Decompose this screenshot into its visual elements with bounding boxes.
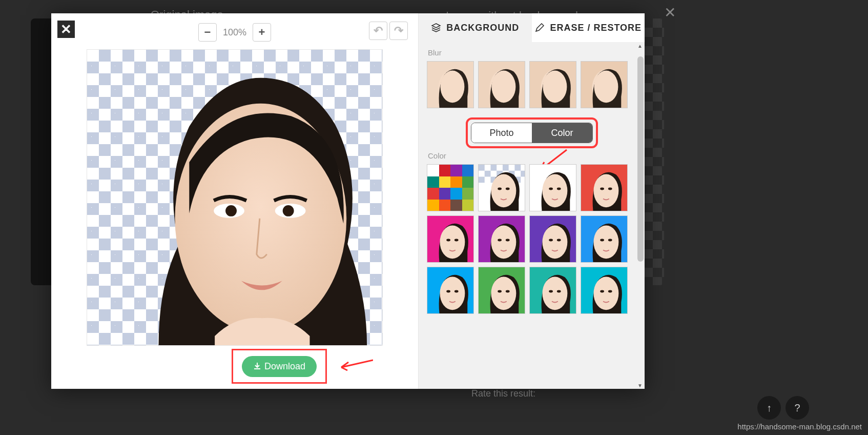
zoom-out-button[interactable]: − <box>198 23 217 42</box>
svg-point-44 <box>454 239 459 242</box>
svg-point-60 <box>454 290 459 293</box>
svg-point-7 <box>440 71 464 103</box>
svg-point-48 <box>506 239 510 242</box>
tab-background-label: BACKGROUND <box>446 23 519 33</box>
zoom-value: 100% <box>220 27 250 38</box>
svg-point-43 <box>446 239 450 242</box>
color-thumb[interactable] <box>529 164 576 211</box>
blur-thumb[interactable] <box>529 61 576 108</box>
svg-point-35 <box>549 188 553 190</box>
svg-point-63 <box>498 290 502 293</box>
toggle-color[interactable]: Color <box>532 123 592 143</box>
svg-point-34 <box>542 174 567 208</box>
tab-erase-restore[interactable]: ERASE / RESTORE <box>532 13 645 42</box>
svg-point-38 <box>593 174 618 208</box>
pencil-icon <box>534 23 545 33</box>
svg-point-58 <box>440 277 465 310</box>
svg-point-39 <box>600 188 604 190</box>
tab-background[interactable]: BACKGROUND <box>419 13 532 42</box>
blur-section-label: Blur <box>428 48 636 57</box>
color-thumb[interactable] <box>581 215 628 263</box>
color-thumb[interactable] <box>529 267 576 314</box>
svg-rect-25 <box>521 171 525 177</box>
svg-point-36 <box>557 188 561 190</box>
panel-body: Blur Photo Color Color <box>419 42 645 389</box>
canvas-wrap <box>51 45 418 389</box>
blur-thumb[interactable] <box>581 61 628 108</box>
svg-point-67 <box>549 290 553 293</box>
svg-rect-21 <box>514 165 521 171</box>
svg-point-16 <box>594 71 618 103</box>
watermark-url: https://handsome-man.blog.csdn.net <box>737 422 862 431</box>
svg-point-31 <box>498 188 502 190</box>
color-thumb[interactable] <box>581 267 628 314</box>
svg-point-56 <box>608 239 612 242</box>
svg-rect-20 <box>503 165 509 171</box>
svg-rect-19 <box>490 165 497 171</box>
subject-portrait <box>87 50 382 345</box>
svg-point-64 <box>506 290 510 293</box>
color-thumb[interactable] <box>427 267 474 314</box>
blur-thumbs <box>427 61 636 108</box>
svg-point-4 <box>283 205 294 216</box>
rate-result-label: Rate this result: <box>471 388 535 399</box>
svg-point-66 <box>542 277 567 310</box>
photo-color-toggle: Photo Color <box>471 123 593 143</box>
tab-erase-restore-label: ERASE / RESTORE <box>550 23 642 33</box>
panel-scrollbar[interactable] <box>637 56 644 262</box>
scroll-top-button[interactable]: ↑ <box>757 396 781 420</box>
editor-modal: − 100% + ↶ ↷ <box>51 13 645 389</box>
redo-button[interactable]: ↷ <box>389 22 408 40</box>
options-pane: BACKGROUND ERASE / RESTORE ▲ ▼ Blur Phot… <box>418 13 645 389</box>
svg-rect-22 <box>485 171 491 177</box>
color-thumb[interactable] <box>478 267 525 314</box>
svg-point-47 <box>498 239 502 242</box>
svg-point-51 <box>549 239 553 242</box>
svg-point-72 <box>608 290 612 293</box>
svg-point-2 <box>225 205 237 216</box>
svg-point-10 <box>491 71 515 103</box>
blur-thumb[interactable] <box>427 61 474 108</box>
page-close-icon[interactable]: ✕ <box>664 4 676 21</box>
scroll-up-icon[interactable]: ▲ <box>637 43 643 48</box>
svg-point-62 <box>491 277 516 310</box>
color-section-label: Color <box>428 151 636 160</box>
zoom-toolbar: − 100% + <box>51 13 418 45</box>
layers-icon <box>431 23 441 33</box>
blur-thumb[interactable] <box>478 61 525 108</box>
color-thumb[interactable] <box>427 215 474 263</box>
svg-point-32 <box>506 188 510 190</box>
svg-point-54 <box>593 226 618 259</box>
svg-point-70 <box>593 277 618 310</box>
svg-point-46 <box>491 226 516 259</box>
zoom-in-button[interactable]: + <box>253 23 271 42</box>
svg-point-52 <box>557 239 561 242</box>
svg-rect-18 <box>479 165 485 171</box>
color-thumb[interactable] <box>529 215 576 263</box>
svg-point-68 <box>557 290 561 293</box>
canvas-pane: − 100% + ↶ ↷ <box>51 13 418 389</box>
svg-point-13 <box>543 71 567 103</box>
svg-point-42 <box>440 226 465 259</box>
annotation-arrow-download <box>337 356 373 371</box>
close-modal-button[interactable]: ✕ <box>57 21 75 38</box>
undo-redo-group: ↶ ↷ <box>369 22 408 40</box>
tab-bar: BACKGROUND ERASE / RESTORE <box>419 13 645 42</box>
scroll-down-icon[interactable]: ▼ <box>637 383 643 388</box>
image-canvas[interactable] <box>87 49 383 346</box>
color-palette-picker[interactable] <box>427 164 474 211</box>
undo-button[interactable]: ↶ <box>369 22 387 40</box>
toggle-highlight: Photo Color <box>466 117 598 148</box>
svg-point-71 <box>600 290 604 293</box>
svg-point-59 <box>446 290 450 293</box>
toggle-photo[interactable]: Photo <box>471 123 532 143</box>
download-highlight: Download <box>232 349 327 384</box>
color-thumb[interactable] <box>478 164 525 211</box>
svg-point-55 <box>600 239 604 242</box>
color-thumbs <box>427 164 636 314</box>
help-button[interactable]: ? <box>786 396 809 420</box>
color-thumb[interactable] <box>478 215 525 263</box>
color-thumb[interactable] <box>581 164 628 211</box>
svg-point-40 <box>608 188 612 190</box>
download-button[interactable]: Download <box>242 356 317 377</box>
